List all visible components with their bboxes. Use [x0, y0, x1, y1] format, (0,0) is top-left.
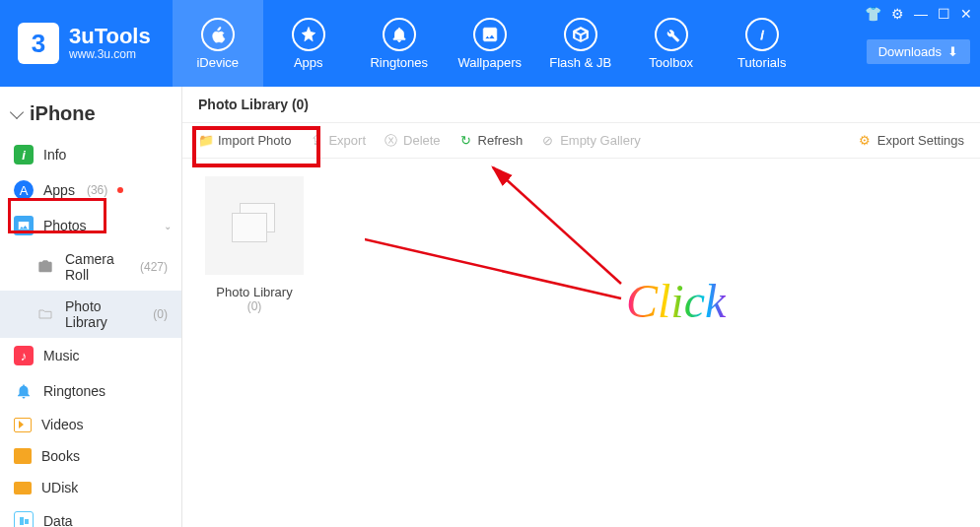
sidebar-label: UDisk — [41, 480, 78, 495]
sidebar-list: i Info A Apps (36) Photos ⌄ Camera — [0, 137, 181, 527]
chevron-down-icon — [10, 104, 24, 118]
album-photo-library[interactable]: Photo Library (0) — [200, 176, 309, 313]
app-header: 3 3uTools www.3u.com iDevice Apps Ringto… — [0, 0, 980, 87]
nav-label: Toolbox — [649, 55, 693, 70]
app-subtitle: www.3u.com — [69, 47, 151, 61]
tools-icon — [655, 18, 688, 51]
nav-tab-ringtones[interactable]: Ringtones — [354, 0, 445, 87]
tb-label: Empty Gallery — [560, 133, 641, 148]
gear-icon[interactable]: ⚙ — [891, 6, 904, 22]
bell-icon — [383, 18, 416, 51]
sidebar-label: Camera Roll — [65, 251, 128, 283]
apps-icon — [292, 18, 325, 51]
music-icon: ♪ — [14, 346, 34, 365]
tb-label: Export — [328, 133, 366, 148]
sidebar-label: Photos — [43, 218, 87, 233]
nav-tab-flashjb[interactable]: Flash & JB — [535, 0, 626, 87]
sidebar-item-ringtones[interactable]: Ringtones — [0, 373, 181, 409]
bell-icon — [14, 381, 34, 401]
sidebar-item-apps[interactable]: A Apps (36) — [0, 172, 181, 208]
nav-label: Flash & JB — [549, 55, 611, 70]
apple-icon — [201, 18, 235, 51]
nav-tab-tutorials[interactable]: i Tutorials — [717, 0, 807, 87]
logo-text: 3uTools www.3u.com — [69, 26, 151, 61]
sidebar-item-photo-library[interactable]: Photo Library (0) — [0, 291, 181, 338]
export-icon: ⇪ — [309, 133, 323, 148]
delete-icon: ⓧ — [384, 133, 398, 148]
sidebar-item-udisk[interactable]: UDisk — [0, 472, 181, 503]
content-panel: Photo Library (0) 📁 Import Photo ⇪ Expor… — [182, 87, 980, 527]
stack-icon — [232, 203, 277, 248]
gallery-view: Photo Library (0) — [182, 159, 980, 331]
svg-text:i: i — [760, 27, 764, 41]
minimize-icon[interactable]: — — [914, 6, 928, 22]
folder-icon — [35, 304, 55, 324]
album-count: (0) — [247, 299, 262, 313]
image-icon — [473, 18, 507, 51]
sidebar: iPhone i Info A Apps (36) Photos ⌄ — [0, 87, 182, 527]
sidebar-item-music[interactable]: ♪ Music — [0, 338, 181, 373]
download-icon: ⬇ — [947, 44, 958, 59]
gear-icon: ⚙ — [858, 133, 873, 148]
data-icon — [14, 511, 34, 527]
logo-block: 3 3uTools www.3u.com — [0, 23, 163, 64]
sidebar-label: Music — [43, 348, 80, 363]
nav-tab-toolbox[interactable]: Toolbox — [626, 0, 717, 87]
sidebar-item-photos[interactable]: Photos ⌄ — [0, 208, 181, 243]
delete-button[interactable]: ⓧ Delete — [384, 133, 441, 148]
sidebar-item-camera-roll[interactable]: Camera Roll (427) — [0, 243, 181, 291]
nav-tab-idevice[interactable]: iDevice — [173, 0, 263, 87]
export-settings-button[interactable]: ⚙ Export Settings — [858, 133, 964, 148]
maximize-icon[interactable]: ☐ — [938, 6, 950, 22]
album-thumbnail — [205, 176, 304, 275]
nav-label: Ringtones — [370, 55, 428, 70]
camera-roll-count: (427) — [140, 260, 168, 274]
box-icon — [564, 18, 597, 51]
sidebar-label: Ringtones — [43, 383, 105, 399]
export-button[interactable]: ⇪ Export — [309, 133, 366, 148]
tshirt-icon[interactable]: 👕 — [865, 6, 881, 22]
video-icon — [14, 418, 32, 432]
device-name: iPhone — [30, 102, 96, 125]
sidebar-item-info[interactable]: i Info — [0, 137, 181, 172]
device-selector[interactable]: iPhone — [0, 97, 181, 131]
udisk-icon — [14, 482, 32, 494]
tb-label: Export Settings — [877, 133, 964, 148]
sidebar-item-videos[interactable]: Videos — [0, 409, 181, 440]
info-icon: i — [745, 18, 779, 51]
content-title: Photo Library (0) — [182, 87, 980, 123]
info-circle-icon: i — [14, 145, 34, 165]
sidebar-label: Videos — [41, 417, 84, 432]
window-controls: 👕 ⚙ — ☐ ✕ — [865, 6, 972, 22]
apps-circle-icon: A — [14, 180, 34, 200]
app-title: 3uTools — [69, 26, 151, 47]
tb-label: Refresh — [478, 133, 524, 148]
nav-label: iDevice — [196, 55, 239, 70]
album-label: Photo Library — [216, 285, 292, 299]
toolbar: 📁 Import Photo ⇪ Export ⓧ Delete ↻ Refre… — [182, 123, 980, 159]
nav-tab-apps[interactable]: Apps — [263, 0, 354, 87]
close-icon[interactable]: ✕ — [960, 6, 972, 22]
chevron-down-icon: ⌄ — [164, 221, 172, 231]
empty-gallery-button[interactable]: ⊘ Empty Gallery — [540, 133, 641, 148]
import-icon: 📁 — [198, 133, 213, 148]
red-dot-badge — [117, 187, 123, 193]
downloads-label: Downloads — [878, 44, 942, 59]
sidebar-item-data[interactable]: Data — [0, 503, 181, 527]
nav-label: Wallpapers — [457, 55, 522, 70]
downloads-button[interactable]: Downloads ⬇ — [867, 39, 970, 64]
photo-icon — [14, 216, 34, 235]
photo-library-count: (0) — [153, 307, 168, 321]
refresh-button[interactable]: ↻ Refresh — [458, 133, 524, 148]
nav-tab-wallpapers[interactable]: Wallpapers — [445, 0, 535, 87]
sidebar-item-books[interactable]: Books — [0, 440, 181, 472]
import-photo-button[interactable]: 📁 Import Photo — [198, 133, 291, 148]
camera-icon — [35, 257, 55, 277]
nav-label: Tutorials — [737, 55, 786, 70]
sidebar-label: Apps — [43, 182, 75, 198]
tb-label: Import Photo — [218, 133, 291, 148]
sidebar-label: Books — [41, 448, 80, 464]
nav-label: Apps — [294, 55, 323, 70]
main-area: iPhone i Info A Apps (36) Photos ⌄ — [0, 87, 980, 527]
apps-count: (36) — [87, 183, 107, 197]
